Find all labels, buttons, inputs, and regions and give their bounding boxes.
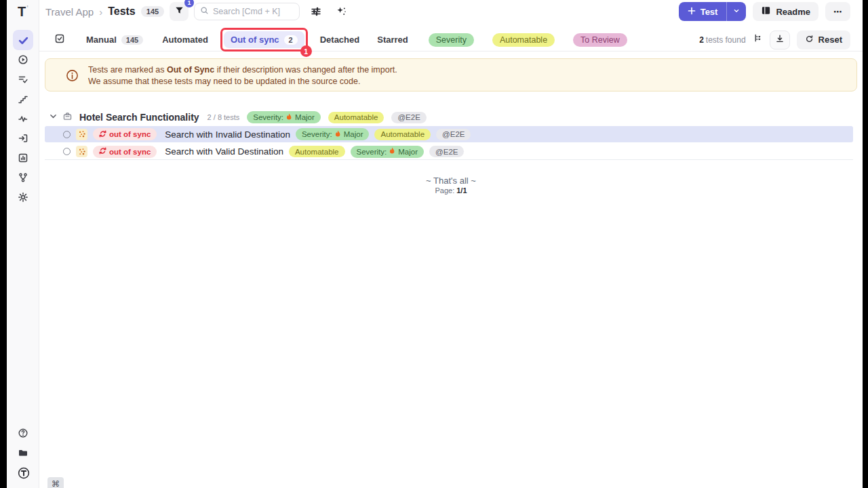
app-logo[interactable]: T' bbox=[7, 0, 39, 23]
sliders-icon[interactable] bbox=[311, 6, 321, 20]
fire-icon bbox=[286, 113, 292, 122]
tab-starred-label: Starred bbox=[377, 35, 408, 45]
banner-text: Tests are marked as Out of Sync if their… bbox=[88, 64, 397, 87]
sync-arrows-icon bbox=[99, 130, 106, 139]
tab-automated-label: Automated bbox=[162, 35, 208, 45]
sidebar-item-brand[interactable] bbox=[18, 467, 28, 478]
bar-chart-icon bbox=[18, 152, 28, 163]
suite-automatable-badge: Automatable bbox=[328, 112, 384, 123]
new-test-button[interactable]: Test bbox=[679, 2, 727, 21]
test-severity-badge: Severity: Major bbox=[351, 146, 425, 158]
out-of-sync-badge: out of sync bbox=[93, 128, 157, 140]
fire-icon bbox=[335, 130, 341, 139]
tabs-bar: Manual 145 Automated Out of sync 2 1 Det… bbox=[39, 28, 863, 52]
more-options-button[interactable]: ⋯ bbox=[825, 2, 850, 21]
search-box[interactable] bbox=[194, 3, 300, 20]
ai-sparkles-icon[interactable] bbox=[336, 6, 347, 20]
sidebar: T' bbox=[7, 0, 39, 488]
test-emoji-icon bbox=[76, 129, 87, 140]
severity-value: Major bbox=[398, 148, 418, 156]
sidebar-item-runs[interactable] bbox=[18, 54, 28, 65]
gear-icon bbox=[18, 192, 28, 203]
reset-button[interactable]: Reset bbox=[797, 30, 850, 49]
play-circle-icon bbox=[18, 54, 28, 65]
tab-manual[interactable]: Manual 145 bbox=[86, 35, 143, 45]
banner-line1-after: if their description was changed after t… bbox=[214, 65, 397, 75]
readme-button[interactable]: Readme bbox=[753, 2, 818, 21]
test-tag-badge: @E2E bbox=[429, 146, 464, 157]
severity-prefix: Severity: bbox=[302, 130, 332, 138]
pagination-info: Page: 1/1 bbox=[39, 186, 863, 195]
severity-prefix: Severity: bbox=[253, 113, 283, 121]
results-count-text: 2tests found bbox=[699, 35, 745, 45]
search-icon bbox=[200, 5, 209, 18]
sidebar-item-import[interactable] bbox=[18, 133, 28, 144]
test-automatable-badge: Automatable bbox=[374, 129, 431, 140]
suite-test-count: 2 / 8 tests bbox=[208, 113, 240, 121]
breadcrumb-project[interactable]: Travel App bbox=[45, 6, 94, 18]
new-test-label: Test bbox=[701, 7, 718, 17]
page-value: 1/1 bbox=[456, 186, 467, 195]
filter-chip-automatable[interactable]: Automatable bbox=[492, 33, 555, 47]
out-of-sync-info-banner: Tests are marked as Out of Sync if their… bbox=[45, 58, 857, 92]
filter-chip-to-review[interactable]: To Review bbox=[573, 33, 627, 47]
suite-title[interactable]: Hotel Search Functionality bbox=[79, 112, 199, 123]
sidebar-item-plans[interactable] bbox=[18, 74, 28, 85]
severity-prefix: Severity: bbox=[357, 148, 387, 156]
brand-circle-icon bbox=[18, 467, 28, 479]
page-title: Tests bbox=[108, 5, 136, 18]
test-title[interactable]: Search with Invalid Destination bbox=[165, 129, 290, 140]
readme-label: Readme bbox=[776, 7, 810, 17]
test-tag-badge: @E2E bbox=[436, 129, 471, 140]
results-count-label: tests found bbox=[706, 35, 746, 45]
banner-line-1: Tests are marked as Out of Sync if their… bbox=[88, 64, 397, 76]
annotation-step-badge: 1 bbox=[300, 45, 312, 57]
test-row[interactable]: out of sync Search with Invalid Destinat… bbox=[45, 126, 853, 142]
results-count-number: 2 bbox=[699, 35, 704, 45]
reset-refresh-icon bbox=[805, 35, 814, 45]
list-check-icon bbox=[18, 74, 28, 85]
out-of-sync-badge: out of sync bbox=[93, 146, 157, 158]
suite-header: Hotel Search Functionality 2 / 8 tests S… bbox=[49, 108, 845, 126]
severity-value: Major bbox=[344, 130, 363, 138]
tab-out-of-sync[interactable]: Out of sync 2 1 bbox=[224, 31, 304, 48]
more-dots-icon: ⋯ bbox=[833, 7, 842, 17]
new-test-dropdown-button[interactable] bbox=[726, 2, 746, 21]
sidebar-item-help[interactable] bbox=[18, 428, 28, 439]
filter-chip-severity[interactable]: Severity bbox=[429, 33, 474, 47]
tab-out-of-sync-label: Out of sync bbox=[231, 35, 279, 45]
sidebar-item-reports[interactable] bbox=[18, 152, 28, 163]
tests-count-badge: 145 bbox=[141, 6, 164, 17]
command-key-hint: ⌘ bbox=[47, 477, 64, 488]
fire-icon bbox=[389, 147, 395, 156]
sidebar-item-settings[interactable] bbox=[18, 192, 28, 203]
sync-arrows-icon bbox=[99, 147, 106, 156]
tab-starred[interactable]: Starred bbox=[377, 35, 408, 45]
status-circle-icon[interactable] bbox=[63, 131, 71, 138]
test-title[interactable]: Search with Valid Destination bbox=[165, 146, 283, 157]
suite-collapse-chevron-icon[interactable] bbox=[49, 111, 58, 123]
tab-detached[interactable]: Detached bbox=[320, 35, 360, 45]
search-input[interactable] bbox=[213, 7, 294, 16]
status-circle-icon[interactable] bbox=[63, 148, 71, 155]
banner-line1-before: Tests are marked as bbox=[88, 65, 167, 75]
bulk-edit-icon[interactable] bbox=[54, 33, 65, 47]
banner-line-2: We assume that these tests may need to b… bbox=[88, 76, 397, 87]
sidebar-item-branches[interactable] bbox=[18, 172, 28, 183]
sidebar-item-steps[interactable] bbox=[18, 94, 28, 104]
sidebar-item-analytics[interactable] bbox=[18, 113, 28, 124]
pulse-icon bbox=[18, 113, 28, 124]
filter-count-badge: 1 bbox=[184, 0, 194, 7]
tab-automated[interactable]: Automated bbox=[162, 35, 208, 45]
sidebar-item-projects[interactable] bbox=[18, 447, 28, 458]
sidebar-item-tests[interactable] bbox=[13, 30, 33, 50]
header-actions: Test Readme ⋯ bbox=[679, 2, 850, 21]
app-window: T' bbox=[7, 0, 863, 488]
download-button[interactable] bbox=[770, 30, 790, 49]
severity-value: Major bbox=[295, 113, 315, 121]
suite-severity-badge: Severity: Major bbox=[247, 111, 321, 123]
app-logo-tick: ' bbox=[26, 4, 28, 12]
tree-view-icon[interactable] bbox=[753, 33, 763, 46]
test-row[interactable]: out of sync Search with Valid Destinatio… bbox=[45, 144, 853, 160]
help-circle-icon bbox=[18, 428, 28, 439]
